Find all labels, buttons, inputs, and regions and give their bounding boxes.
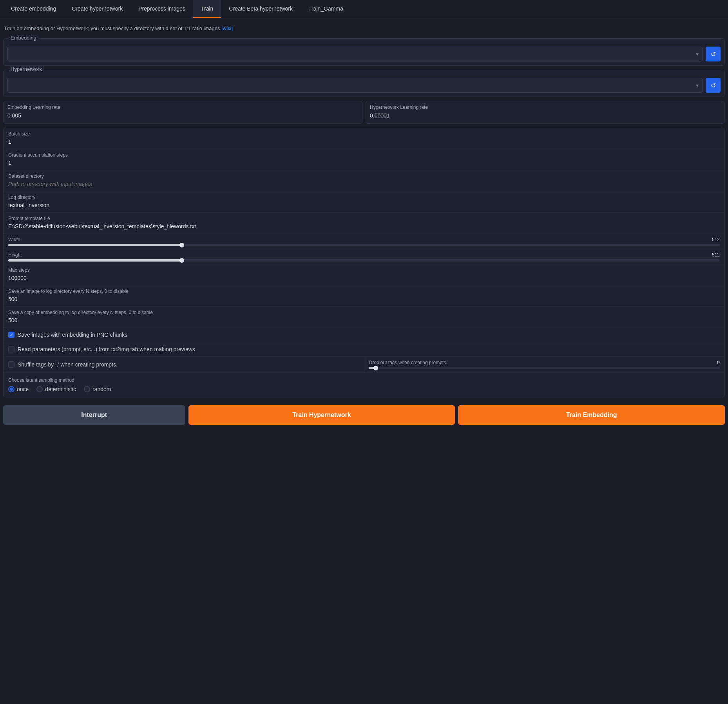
embedding-section-label: Embedding <box>8 35 39 41</box>
height-row: Height 512 <box>4 249 724 264</box>
shuffle-tags-left: Shuffle tags by ',' when creating prompt… <box>4 357 364 372</box>
radio-random-label: random <box>92 386 111 392</box>
read-params-row[interactable]: Read parameters (prompt, etc...) from tx… <box>4 342 724 357</box>
batch-size-row: Batch size <box>4 128 724 149</box>
interrupt-button[interactable]: Interrupt <box>3 405 185 425</box>
hypernetwork-select[interactable] <box>7 78 703 93</box>
main-form: Batch size Gradient accumulation steps D… <box>3 128 725 397</box>
width-slider-fill <box>8 244 182 246</box>
latent-sampling-label: Choose latent sampling method <box>8 377 720 383</box>
gradient-accumulation-input[interactable] <box>8 159 720 167</box>
width-slider-track <box>8 244 720 246</box>
hypernetwork-section-label: Hypernetwork <box>8 66 44 72</box>
height-slider-fill <box>8 259 182 262</box>
train-hypernetwork-button[interactable]: Train Hypernetwork <box>188 405 455 425</box>
hypernetwork-lr-label: Hypernetwork Learning rate <box>370 105 721 110</box>
read-params-checkbox[interactable] <box>8 346 14 352</box>
width-value: 512 <box>712 237 720 242</box>
batch-size-label: Batch size <box>8 131 720 137</box>
prompt-template-label: Prompt template file <box>8 216 720 221</box>
radio-random-option[interactable]: random <box>84 386 111 392</box>
tab-train-gamma[interactable]: Train_Gamma <box>301 0 351 18</box>
batch-size-input[interactable] <box>8 138 720 146</box>
dataset-directory-label: Dataset directory <box>8 173 720 179</box>
embedding-lr-input[interactable] <box>7 112 358 119</box>
height-slider-thumb[interactable] <box>179 258 184 263</box>
width-row: Width 512 <box>4 234 724 249</box>
radio-deterministic-label: deterministic <box>45 386 76 392</box>
embedding-lr-field: Embedding Learning rate <box>3 101 362 124</box>
dataset-directory-input[interactable] <box>8 180 720 188</box>
shuffle-tags-checkbox[interactable] <box>8 361 14 368</box>
width-slider-thumb[interactable] <box>179 243 184 247</box>
radio-once-circle[interactable] <box>8 386 14 392</box>
max-steps-input[interactable] <box>8 274 720 282</box>
radio-deterministic-circle[interactable] <box>36 386 43 392</box>
save-image-every-row: Save an image to log directory every N s… <box>4 285 724 307</box>
dropout-slider-thumb[interactable] <box>373 366 378 370</box>
train-embedding-button[interactable]: Train Embedding <box>458 405 725 425</box>
dropout-label: Drop out tags when creating prompts. <box>369 360 447 365</box>
hypernetwork-refresh-button[interactable]: ↺ <box>706 78 721 93</box>
radio-deterministic-option[interactable]: deterministic <box>36 386 76 392</box>
read-params-label: Read parameters (prompt, etc...) from tx… <box>18 346 195 352</box>
dropout-right: Drop out tags when creating prompts. 0 <box>364 357 725 372</box>
height-value: 512 <box>712 252 720 258</box>
max-steps-row: Max steps <box>4 264 724 285</box>
tab-create-beta-hypernetwork[interactable]: Create Beta hypernetwork <box>221 0 301 18</box>
gradient-accumulation-label: Gradient accumulation steps <box>8 152 720 158</box>
radio-once-label: once <box>17 386 29 392</box>
save-embedding-every-input[interactable] <box>8 316 720 324</box>
shuffle-dropout-row: Shuffle tags by ',' when creating prompt… <box>4 357 724 373</box>
embedding-lr-label: Embedding Learning rate <box>7 105 358 110</box>
embedding-section: Embedding ▾ ↺ <box>3 38 725 66</box>
tab-create-embedding[interactable]: Create embedding <box>3 0 64 18</box>
tab-train[interactable]: Train <box>193 0 221 18</box>
wiki-link[interactable]: [wiki] <box>221 25 233 31</box>
embedding-select[interactable] <box>7 47 703 61</box>
log-directory-label: Log directory <box>8 195 720 200</box>
dropout-value: 0 <box>717 360 720 365</box>
prompt-template-row: Prompt template file <box>4 213 724 234</box>
embedding-refresh-button[interactable]: ↺ <box>706 47 721 61</box>
save-embedding-every-row: Save a copy of embedding to log director… <box>4 307 724 328</box>
height-label: Height <box>8 252 22 258</box>
gradient-accumulation-row: Gradient accumulation steps <box>4 149 724 170</box>
save-png-chunks-checkbox[interactable] <box>8 332 14 338</box>
hypernetwork-lr-field: Hypernetwork Learning rate <box>366 101 725 124</box>
width-label: Width <box>8 237 20 242</box>
shuffle-tags-label: Shuffle tags by ',' when creating prompt… <box>18 361 118 368</box>
dataset-directory-row: Dataset directory <box>4 170 724 191</box>
info-bar: Train an embedding or Hypernetwork; you … <box>3 23 725 34</box>
hypernetwork-lr-input[interactable] <box>370 112 721 119</box>
tab-preprocess-images[interactable]: Preprocess images <box>130 0 193 18</box>
bottom-buttons: Interrupt Train Hypernetwork Train Embed… <box>3 402 725 428</box>
dropout-slider-track <box>369 367 720 369</box>
latent-sampling-row: Choose latent sampling method once deter… <box>4 373 724 397</box>
hypernetwork-section: Hypernetwork ▾ ↺ <box>3 70 725 97</box>
radio-once-option[interactable]: once <box>8 386 29 392</box>
save-image-every-label: Save an image to log directory every N s… <box>8 289 720 294</box>
max-steps-label: Max steps <box>8 267 720 273</box>
log-directory-input[interactable] <box>8 201 720 209</box>
log-directory-row: Log directory <box>4 191 724 213</box>
tab-create-hypernetwork[interactable]: Create hypernetwork <box>64 0 130 18</box>
tab-bar: Create embedding Create hypernetwork Pre… <box>0 0 728 18</box>
save-image-every-input[interactable] <box>8 295 720 303</box>
save-png-chunks-label: Save images with embedding in PNG chunks <box>18 332 127 338</box>
height-slider-track <box>8 259 720 262</box>
save-png-chunks-row[interactable]: Save images with embedding in PNG chunks <box>4 328 724 342</box>
radio-random-circle[interactable] <box>84 386 90 392</box>
save-embedding-every-label: Save a copy of embedding to log director… <box>8 310 720 315</box>
prompt-template-input[interactable] <box>8 222 720 230</box>
